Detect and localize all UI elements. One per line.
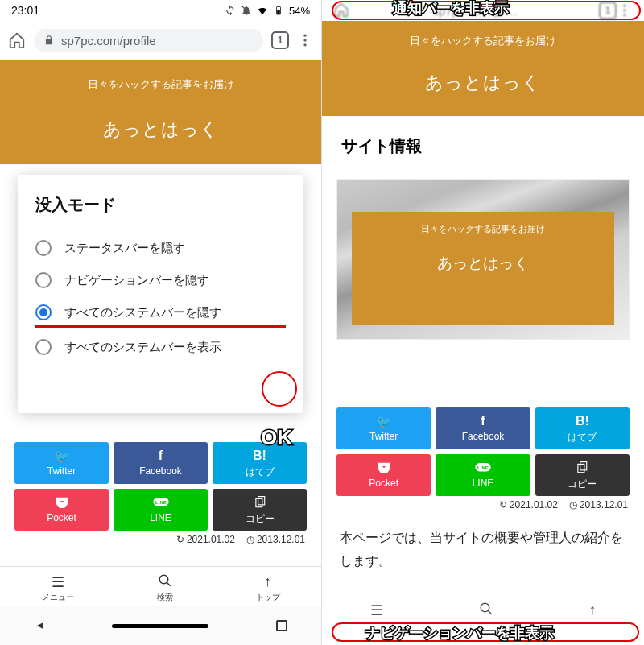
radio-icon-checked <box>35 304 52 320</box>
callout-bottom: ナビゲーションバーを非表示 <box>365 623 554 643</box>
bell-off-icon <box>241 5 252 16</box>
battery-pct: 54% <box>289 5 310 17</box>
phone-right: sp7pc.com/pr… 1 日々をハックする記事をお届け あっとはっく サイ… <box>322 0 644 645</box>
callout-top: 通知バーを非表示 <box>393 0 509 18</box>
radio-hide-status[interactable]: ステータスバーを隠す <box>35 232 286 264</box>
refresh-icon: ↻ <box>176 534 184 545</box>
share-line[interactable]: LINELINE <box>436 454 530 496</box>
svg-point-15 <box>623 14 625 16</box>
clock-icon: ◷ <box>246 534 254 545</box>
radio-icon <box>35 339 52 355</box>
home-icon[interactable] <box>8 31 26 49</box>
refresh-icon: ↻ <box>499 499 507 511</box>
svg-point-6 <box>303 43 306 46</box>
arrow-up-icon: ↑ <box>264 573 271 589</box>
status-time: 23:01 <box>11 4 39 17</box>
tab-count[interactable]: 1 <box>271 31 289 49</box>
share-copy[interactable]: コピー <box>213 489 307 531</box>
arrow-up-icon: ↑ <box>589 602 597 619</box>
updated-date: ↻2021.01.02 <box>176 534 235 545</box>
nav-search[interactable]: 検索 <box>157 573 173 603</box>
status-bar: 23:01 54% <box>0 0 321 21</box>
updated-date: ↻2021.01.02 <box>499 499 558 511</box>
menu-icon: ☰ <box>52 573 64 589</box>
created-date: ◷2013.12.01 <box>569 499 628 511</box>
share-facebook[interactable]: fFacebook <box>114 442 208 484</box>
share-line[interactable]: LINELINE <box>114 489 208 531</box>
svg-rect-19 <box>580 462 587 470</box>
svg-text:LINE: LINE <box>477 465 489 470</box>
more-icon[interactable] <box>297 32 313 48</box>
facebook-icon: f <box>481 414 485 428</box>
share-hatebu[interactable]: B!はてブ <box>535 407 630 449</box>
body-text: 本ページでは、当サイトの概要や管理人の紹介をします。 <box>322 515 644 585</box>
share-hatebu[interactable]: B!はてブ <box>213 442 307 484</box>
twitter-icon: 🐦 <box>54 449 70 463</box>
svg-rect-9 <box>255 498 262 506</box>
radio-hide-all[interactable]: すべてのシステムバーを隠す <box>35 296 286 328</box>
twitter-icon: 🐦 <box>376 414 392 428</box>
section-title: サイト情報 <box>322 116 644 167</box>
more-icon <box>617 2 633 19</box>
svg-line-21 <box>488 610 492 614</box>
bottom-nav: ☰メニュー 検索 ↑トップ <box>0 566 321 606</box>
share-facebook[interactable]: fFacebook <box>436 407 530 449</box>
home-pill[interactable] <box>112 624 208 628</box>
battery-icon <box>273 5 284 16</box>
lock-icon <box>43 35 55 46</box>
share-twitter[interactable]: 🐦Twitter <box>14 442 109 484</box>
svg-rect-18 <box>578 464 584 472</box>
share-pocket[interactable]: Pocket <box>14 489 109 531</box>
facebook-icon: f <box>159 449 163 463</box>
rotate-icon <box>225 5 236 16</box>
svg-point-20 <box>481 603 489 612</box>
pocket-icon <box>56 495 68 510</box>
share-buttons: 🐦Twitter fFacebook B!はてブ Pocket LINELINE… <box>322 407 644 496</box>
dialog-title: 没入モード <box>35 194 286 216</box>
wifi-icon <box>257 5 268 16</box>
browser-bar: sp7pc.com/profile 1 <box>0 21 321 60</box>
page-header: 日々をハックする記事をお届け あっとはっく <box>322 21 644 116</box>
nav-menu[interactable]: ☰メニュー <box>42 573 74 603</box>
nav-top[interactable]: ↑トップ <box>256 573 280 603</box>
share-twitter[interactable]: 🐦Twitter <box>336 407 431 449</box>
url-text: sp7pc.com/profile <box>61 34 156 48</box>
pocket-icon <box>378 461 390 475</box>
svg-point-11 <box>159 575 168 584</box>
radio-hide-nav[interactable]: ナビゲーションバーを隠す <box>35 264 286 296</box>
header-subtitle: 日々をハックする記事をお届け <box>330 34 636 48</box>
phone-left: 23:01 54% sp7pc.com/profile 1 日々をハックする記事… <box>0 0 322 645</box>
svg-rect-10 <box>258 497 264 505</box>
line-icon: LINE <box>152 495 170 510</box>
copy-icon <box>576 461 588 475</box>
header-title: あっとはっく <box>330 71 636 95</box>
share-buttons: 🐦Twitter fFacebook B!はてブ Pocket LINELINE… <box>0 442 321 531</box>
post-dates: ↻2021.01.02 ◷2013.12.01 <box>322 494 644 511</box>
svg-rect-3 <box>277 10 280 14</box>
ok-button[interactable]: OK <box>261 425 292 450</box>
share-pocket[interactable]: Pocket <box>336 454 431 496</box>
tab-count: 1 <box>599 2 617 19</box>
immersive-mode-dialog: 没入モード ステータスバーを隠す ナビゲーションバーを隠す すべてのシステムバー… <box>18 175 303 413</box>
menu-icon: ☰ <box>370 602 383 619</box>
share-copy[interactable]: コピー <box>535 454 630 496</box>
svg-point-13 <box>623 5 625 7</box>
svg-point-5 <box>303 39 306 41</box>
line-icon: LINE <box>474 461 492 475</box>
search-icon <box>158 573 172 589</box>
svg-text:LINE: LINE <box>155 499 167 505</box>
header-subtitle: 日々をハックする記事をお届け <box>8 77 313 92</box>
recents-button[interactable] <box>276 620 287 631</box>
ok-button-highlight <box>262 371 297 407</box>
post-dates: ↻2021.01.02 ◷2013.12.01 <box>0 529 321 545</box>
back-button[interactable]: ▲ <box>33 620 46 631</box>
radio-show-all[interactable]: すべてのシステムバーを表示 <box>35 331 286 363</box>
radio-icon <box>35 240 52 256</box>
hatebu-icon: B! <box>253 449 266 463</box>
search-icon <box>479 602 493 619</box>
svg-point-4 <box>303 35 306 37</box>
home-icon <box>333 2 351 19</box>
url-bar[interactable]: sp7pc.com/profile <box>34 29 263 52</box>
page-header: 日々をハックする記事をお届け あっとはっく <box>0 60 321 164</box>
status-icons: 54% <box>225 5 310 17</box>
